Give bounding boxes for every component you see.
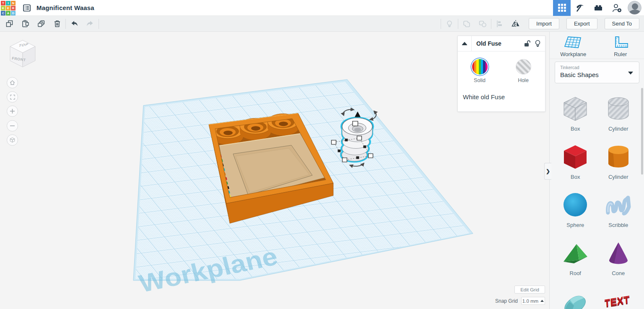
mirror-button[interactable] <box>508 16 524 32</box>
height-handle <box>353 121 358 126</box>
user-avatar[interactable] <box>628 1 641 15</box>
top-bar: T I N K E R C A D Magnificent Waasa <box>0 0 644 16</box>
inspector-title: Old Fuse <box>476 40 501 47</box>
tinkercad-logo[interactable]: T I N K E R C A D <box>0 0 16 15</box>
group-icon <box>462 19 472 29</box>
view-cube[interactable]: TOP FRONT <box>6 38 39 72</box>
workplane-tool[interactable]: Workplane <box>550 32 597 59</box>
redo-button[interactable] <box>82 16 98 32</box>
logo-letter: K <box>1 6 5 10</box>
logo-letter: C <box>1 11 5 15</box>
hole-swatch[interactable] <box>516 59 531 75</box>
paste-icon <box>21 19 30 28</box>
shape-label: Box <box>571 126 580 132</box>
workplane-icon <box>564 36 582 50</box>
shape-label: Roof <box>570 270 581 276</box>
logo-letter: N <box>11 1 16 5</box>
design-title: Magnificent Waasa <box>36 4 94 11</box>
shape-description: White old Fuse <box>463 93 545 100</box>
cylinder-orange-icon <box>605 144 632 170</box>
roof-icon <box>561 240 589 267</box>
edit-grid-button[interactable]: Edit Grid <box>514 286 545 294</box>
send-to-button[interactable]: Send To <box>605 18 639 29</box>
pickaxe-icon <box>575 3 585 13</box>
ruler-tool-label: Ruler <box>614 51 627 57</box>
home-view-button[interactable] <box>7 77 18 88</box>
topbar-right-group <box>553 0 644 16</box>
design-properties-button[interactable] <box>19 0 35 16</box>
solid-label: Solid <box>474 77 486 83</box>
sphere-icon <box>561 192 589 219</box>
ungroup-button[interactable] <box>475 16 491 32</box>
toolbar-divider <box>491 19 491 29</box>
scribble-icon <box>605 192 632 219</box>
zoom-in-button[interactable] <box>7 106 18 117</box>
fit-view-button[interactable] <box>7 91 18 103</box>
copy-button[interactable] <box>1 16 17 32</box>
invite-collaborator-button[interactable] <box>608 0 627 16</box>
import-button[interactable]: Import <box>529 18 559 29</box>
avatar-silhouette <box>632 3 638 10</box>
dashboard-button[interactable] <box>553 0 571 16</box>
inspector-header: Old Fuse <box>458 36 545 52</box>
cone-icon <box>605 240 632 267</box>
caret-up-icon <box>540 300 544 302</box>
group-button[interactable] <box>459 16 475 32</box>
sidebar-collapse-handle[interactable]: ❯ <box>544 163 551 180</box>
show-all-button[interactable] <box>441 16 457 32</box>
logo-letter: A <box>6 11 10 15</box>
shape-box-red[interactable]: Box <box>554 134 597 183</box>
toolbar-right-group: Import Export Send To <box>440 16 644 32</box>
logo-letter: R <box>11 6 16 10</box>
visibility-bulb-icon[interactable] <box>535 40 541 47</box>
sidebar-scrollbar[interactable] <box>641 88 643 175</box>
delete-button[interactable] <box>49 16 65 32</box>
shape-label: Box <box>571 174 580 180</box>
toolbar-divider <box>99 19 99 29</box>
shape-cylinder-orange[interactable]: Cylinder <box>597 134 640 183</box>
shape-cylinder-hole[interactable]: Cylinder <box>597 86 640 134</box>
toolbar-divider <box>65 19 66 29</box>
trash-icon <box>53 19 62 28</box>
apps-grid-icon <box>558 4 566 12</box>
paste-button[interactable] <box>17 16 33 32</box>
lego-brick-icon <box>593 3 603 13</box>
text-3d-icon: TEXT TEXT <box>605 288 632 309</box>
align-icon <box>495 19 504 28</box>
align-button[interactable] <box>492 16 508 32</box>
collapse-panel-button[interactable] <box>458 36 472 51</box>
snap-grid-select[interactable]: 1.0 mm <box>521 297 545 305</box>
shape-label: Sphere <box>566 222 584 228</box>
minecraft-export-button[interactable] <box>571 0 589 16</box>
shape-box-hole[interactable]: Box <box>554 86 597 134</box>
export-button[interactable]: Export <box>566 18 597 29</box>
ungroup-icon <box>478 19 488 29</box>
ruler-tool[interactable]: Ruler <box>597 32 644 59</box>
shape-text[interactable]: TEXT TEXT <box>597 279 640 309</box>
workplane-tool-label: Workplane <box>560 51 586 57</box>
3d-viewport[interactable]: Workplane <box>0 32 549 309</box>
shape-roof[interactable]: Roof <box>554 231 597 279</box>
shape-sphere[interactable]: Sphere <box>554 183 597 231</box>
toolbar-divider <box>441 19 441 29</box>
solid-swatch[interactable] <box>472 59 488 75</box>
shape-label: Cone <box>612 270 625 276</box>
shape-library-dropdown[interactable]: Tinkercad Basic Shapes <box>555 62 639 83</box>
perspective-toggle-button[interactable] <box>7 134 18 146</box>
snap-grid-value: 1.0 mm <box>522 299 538 304</box>
ruler-icon <box>612 36 629 50</box>
toolbar-divider <box>458 19 458 29</box>
lightbulb-icon <box>445 19 454 28</box>
brick-export-button[interactable] <box>589 0 608 16</box>
round-roof-icon <box>561 288 589 309</box>
zoom-out-button[interactable] <box>7 120 18 131</box>
chevron-down-icon <box>628 72 633 75</box>
shape-round-roof[interactable] <box>554 279 597 309</box>
duplicate-button[interactable] <box>33 16 49 32</box>
shape-cone[interactable]: Cone <box>597 231 640 279</box>
hole-label: Hole <box>518 77 529 83</box>
shape-scribble[interactable]: Scribble <box>597 183 640 231</box>
undo-button[interactable] <box>66 16 82 32</box>
unlock-icon[interactable] <box>524 40 530 47</box>
logo-letter: E <box>6 6 10 10</box>
